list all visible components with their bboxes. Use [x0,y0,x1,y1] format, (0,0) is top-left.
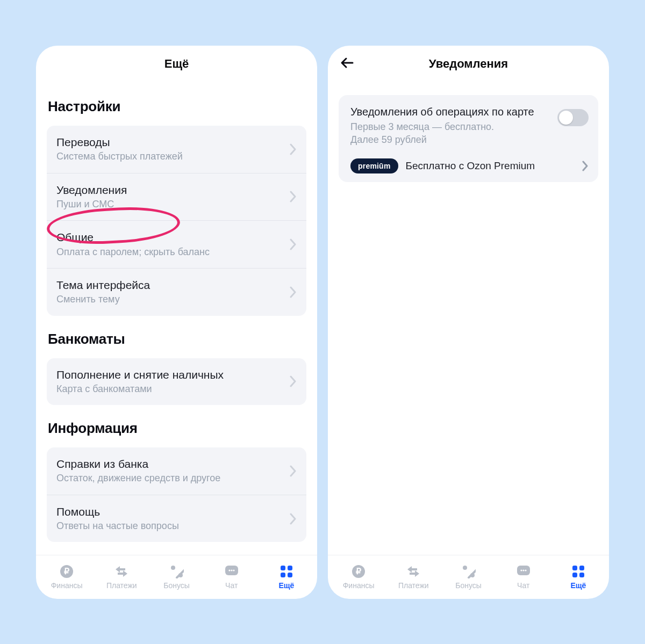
page-title: Уведомления [429,57,508,71]
chevron-right-icon [582,161,589,171]
tabbar: ₽ Финансы Платежи Бонусы Чат Ещ [36,555,317,599]
tab-label: Ещё [570,581,586,590]
row-title: Уведомления [56,183,285,197]
chevron-right-icon [289,143,297,155]
svg-point-15 [463,566,467,570]
row-theme[interactable]: Тема интерфейса Сменить тему [47,268,306,316]
row-help[interactable]: Помощь Ответы на частые вопросы [47,495,306,542]
scroll-content[interactable]: Настройки Переводы Система быстрых плате… [36,78,317,555]
swap-icon [113,564,130,579]
tab-finances[interactable]: ₽ Финансы [39,564,94,590]
svg-point-21 [525,569,526,571]
row-sub: Система быстрых платежей [56,150,285,163]
tab-payments[interactable]: Платежи [386,564,441,590]
row-title: Общие [56,230,285,244]
page-title: Ещё [164,57,189,71]
svg-point-6 [228,569,230,571]
premium-text: Бесплатно с Ozon Premium [406,160,570,172]
section-title-info: Информация [48,420,305,437]
row-sub: Пуши и СМС [56,198,285,211]
settings-card: Переводы Система быстрых платежей Уведом… [47,126,306,316]
premium-badge: premiūm [350,158,398,173]
tab-bonuses[interactable]: Бонусы [441,564,496,590]
row-sub: Сменить тему [56,293,285,306]
percent-icon [460,564,477,579]
info-card: Справки из банка Остаток, движение средс… [47,447,306,542]
tab-more[interactable]: Ещё [551,564,606,590]
svg-point-2 [171,566,175,570]
row-sub: Остаток, движение средств и другое [56,472,285,484]
tab-label: Ещё [278,581,294,590]
row-notifications[interactable]: Уведомления Пуши и СМС [47,173,306,221]
svg-point-19 [520,569,522,571]
svg-rect-10 [288,566,292,570]
row-title: Помощь [56,505,285,519]
tab-chat[interactable]: Чат [496,564,551,590]
header: Уведомления [328,46,609,78]
card-operations-notifications: Уведомления об операциях по карте Первые… [339,95,598,182]
tab-label: Финансы [51,581,83,590]
chevron-right-icon [289,513,297,525]
chevron-right-icon [289,286,297,298]
ruble-icon: ₽ [350,564,367,579]
svg-rect-23 [579,566,584,570]
row-transfers[interactable]: Переводы Система быстрых платежей [47,126,306,173]
svg-rect-9 [281,566,285,570]
row-title: Пополнение и снятие наличных [56,368,285,382]
svg-point-20 [522,569,524,571]
svg-rect-11 [281,573,285,577]
chevron-right-icon [289,375,297,387]
header: Ещё [36,46,317,78]
chevron-right-icon [289,465,297,477]
tab-label: Бонусы [163,581,190,590]
svg-text:₽: ₽ [356,567,361,576]
tab-label: Платежи [106,581,137,590]
tab-chat[interactable]: Чат [204,564,259,590]
row-cash[interactable]: Пополнение и снятие наличных Карта с бан… [47,358,306,406]
row-title: Переводы [56,135,285,149]
svg-rect-12 [288,573,292,577]
row-sub: Карта с банкоматами [56,383,285,395]
chat-icon [515,564,532,579]
row-sub: Оплата с паролем; скрыть баланс [56,246,285,258]
tab-label: Бонусы [455,581,482,590]
grid-icon [278,564,295,579]
tab-label: Финансы [343,581,375,590]
phone-more-screen: Ещё Настройки Переводы Система быстрых п… [36,46,317,599]
atms-card: Пополнение и снятие наличных Карта с бан… [47,358,306,406]
scroll-content[interactable]: Уведомления об операциях по карте Первые… [328,78,609,555]
tab-more[interactable]: Ещё [259,564,314,590]
row-general[interactable]: Общие Оплата с паролем; скрыть баланс [47,220,306,268]
row-statements[interactable]: Справки из банка Остаток, движение средс… [47,447,306,495]
chat-icon [223,564,240,579]
row-sub: Ответы на частые вопросы [56,520,285,532]
svg-rect-22 [572,566,577,570]
tab-bonuses[interactable]: Бонусы [149,564,204,590]
card-sub2: Далее 59 рублей [350,133,552,146]
row-title: Справки из банка [56,457,285,471]
back-button[interactable] [340,55,355,70]
row-premium-promo[interactable]: premiūm Бесплатно с Ozon Premium [350,158,589,173]
svg-rect-24 [572,573,577,577]
premium-badge-text: premiūm [358,162,391,170]
svg-point-8 [233,569,234,571]
card-title: Уведомления об операциях по карте [350,106,552,118]
ruble-icon: ₽ [58,564,75,579]
phone-notifications-screen: Уведомления Уведомления об операциях по … [328,46,609,599]
tab-label: Чат [517,581,529,590]
tab-finances[interactable]: ₽ Финансы [331,564,386,590]
percent-icon [168,564,185,579]
section-title-settings: Настройки [48,98,305,115]
chevron-right-icon [289,191,297,202]
toggle-operations-notifications[interactable] [557,109,589,126]
tab-label: Чат [225,581,238,590]
svg-point-7 [231,569,232,571]
swap-icon [405,564,422,579]
tab-payments[interactable]: Платежи [94,564,149,590]
card-sub1: Первые 3 месяца — бесплатно. [350,120,552,133]
chevron-right-icon [289,238,297,250]
svg-text:₽: ₽ [64,567,69,576]
grid-icon [570,564,587,579]
tab-label: Платежи [398,581,429,590]
section-title-atms: Банкоматы [48,331,305,348]
